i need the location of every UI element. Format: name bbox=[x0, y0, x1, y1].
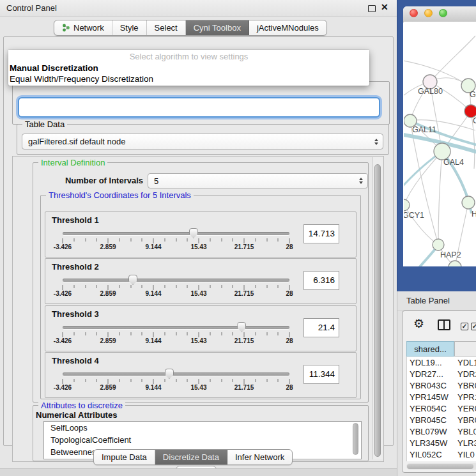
column-header[interactable]: shared... bbox=[406, 341, 454, 357]
tick-label: 15.43 bbox=[190, 243, 206, 250]
slider-handle[interactable] bbox=[237, 322, 246, 332]
tick-mark bbox=[199, 332, 199, 337]
table-row[interactable]: YBL079WYBL0 bbox=[407, 426, 476, 437]
slider-handle[interactable] bbox=[189, 228, 198, 238]
tab-jactivemnodules[interactable]: jActiveMNodules bbox=[249, 20, 326, 35]
number-of-intervals-combobox[interactable]: 5 bbox=[148, 173, 368, 188]
cyni-mode-tabs: Impute DataDiscretize DataInfer Network bbox=[93, 449, 293, 465]
network-node[interactable] bbox=[464, 105, 476, 118]
tick-mark bbox=[73, 332, 74, 335]
zoom-traffic-light-icon[interactable] bbox=[439, 9, 447, 17]
cell-shared-name: YBR045C bbox=[410, 415, 456, 425]
network-window-titlebar[interactable] bbox=[403, 6, 476, 22]
tick-label: -3.426 bbox=[54, 384, 72, 391]
cell-name: YBR0 bbox=[457, 415, 476, 425]
table-row[interactable]: YBR043CYBR0 bbox=[407, 380, 476, 391]
tick-label: 15.43 bbox=[190, 337, 206, 344]
stepper-arrows-icon[interactable] bbox=[374, 139, 378, 145]
scrollbar-thumb[interactable] bbox=[374, 164, 381, 457]
tick-mark bbox=[255, 238, 256, 242]
tick-mark bbox=[289, 285, 290, 290]
node-label: G bbox=[470, 90, 476, 99]
float-window-icon[interactable] bbox=[368, 5, 376, 12]
table-row[interactable]: YPR145WYPR1 bbox=[407, 391, 476, 403]
vertical-scrollbar[interactable] bbox=[372, 157, 383, 459]
slider-handle[interactable] bbox=[165, 369, 174, 379]
slider-handle[interactable] bbox=[128, 275, 137, 285]
column-header[interactable]: n bbox=[454, 341, 476, 357]
slider-track[interactable] bbox=[63, 372, 289, 376]
mode-tab-discretize-data[interactable]: Discretize Data bbox=[155, 450, 227, 464]
network-edge[interactable] bbox=[430, 36, 475, 82]
algorithm-combobox[interactable] bbox=[18, 97, 380, 118]
close-icon[interactable]: ✕ bbox=[381, 2, 388, 12]
horizontal-scrollbar[interactable] bbox=[406, 463, 476, 470]
scrollbar-thumb[interactable] bbox=[407, 464, 473, 469]
gear-icon[interactable]: ⚙ bbox=[413, 318, 424, 330]
tick-mark bbox=[142, 238, 142, 242]
table-row[interactable]: YBR045CYBR0 bbox=[407, 414, 476, 426]
table-row[interactable]: YIL052CYIL0 bbox=[407, 449, 476, 460]
network-edge-highlighted[interactable] bbox=[404, 245, 438, 266]
tab-label: jActiveMNodules bbox=[257, 23, 319, 33]
tab-network[interactable]: Network bbox=[54, 20, 112, 35]
tab-style[interactable]: Style bbox=[112, 20, 147, 35]
network-canvas[interactable]: GAL80GCGAL11GAL4HGCY1HAP2 bbox=[404, 22, 476, 266]
tick-mark bbox=[255, 332, 256, 335]
network-node[interactable] bbox=[449, 261, 461, 266]
slider-track[interactable] bbox=[63, 326, 289, 329]
network-node[interactable] bbox=[462, 196, 475, 209]
network-node[interactable] bbox=[433, 239, 444, 250]
table-row[interactable]: YDL19...YDL1 bbox=[407, 357, 476, 368]
mode-tab-label: Discretize Data bbox=[163, 452, 219, 462]
threshold-value-field[interactable]: 21.4 bbox=[303, 318, 339, 337]
mode-tab-impute-data[interactable]: Impute Data bbox=[94, 450, 155, 464]
tick-mark bbox=[289, 379, 290, 384]
tick-mark bbox=[221, 379, 222, 382]
node-label: GAL11 bbox=[412, 125, 436, 134]
checkbox-icon[interactable]: ✓ bbox=[461, 323, 468, 330]
attribute-list-item[interactable]: SelfLoops bbox=[44, 422, 361, 434]
table-data-value: galFiltered.sif default node bbox=[28, 137, 125, 146]
algorithm-dropdown-popup: Select algorithm to view settings Manual… bbox=[8, 50, 369, 86]
threshold-value-field[interactable]: 14.713 bbox=[303, 224, 339, 243]
minimize-traffic-light-icon[interactable] bbox=[424, 9, 433, 17]
tab-select[interactable]: Select bbox=[147, 20, 186, 35]
tab-cyni-toolbox[interactable]: Cyni Toolbox bbox=[186, 20, 249, 35]
tick-mark bbox=[142, 285, 142, 288]
network-edge[interactable] bbox=[438, 151, 442, 245]
tick-mark bbox=[255, 285, 256, 288]
table-row[interactable]: YLR345WYLR3 bbox=[407, 437, 476, 449]
tick-mark bbox=[96, 379, 97, 382]
tick-mark bbox=[130, 379, 131, 382]
network-node[interactable] bbox=[404, 199, 410, 211]
cell-shared-name: YDL19... bbox=[410, 358, 456, 367]
algorithm-option[interactable]: Equal Width/Frequency Discretization bbox=[8, 73, 369, 84]
tick-mark bbox=[119, 285, 119, 288]
tick-mark bbox=[266, 238, 267, 242]
numerical-attributes-label: Numerical Attributes bbox=[36, 410, 117, 420]
slider-track[interactable] bbox=[63, 279, 289, 282]
tick-label: 9.144 bbox=[145, 337, 161, 344]
attribute-list-item[interactable]: TopologicalCoefficient bbox=[44, 434, 361, 446]
list-scrollbar-thumb[interactable] bbox=[353, 423, 358, 455]
tick-label: 15.43 bbox=[190, 384, 206, 391]
panel-bottom-edge bbox=[0, 468, 397, 476]
close-traffic-light-icon[interactable] bbox=[410, 9, 418, 17]
stepper-arrows-icon[interactable] bbox=[359, 178, 363, 184]
tick-mark bbox=[63, 379, 63, 384]
tick-mark bbox=[85, 285, 86, 288]
tick-mark bbox=[164, 285, 165, 288]
table-row[interactable]: YDR27...YDR2 bbox=[407, 368, 476, 380]
split-pane-icon[interactable] bbox=[438, 319, 450, 330]
table-data-combobox[interactable]: galFiltered.sif default node bbox=[22, 134, 383, 150]
application-window: Control Panel ✕ NetworkStyleSelectCyni T… bbox=[0, 0, 476, 476]
tick-label: 2.859 bbox=[100, 243, 116, 250]
checkbox-icon[interactable]: ✓ bbox=[471, 323, 476, 330]
algorithm-option[interactable]: Manual Discretization bbox=[8, 63, 369, 73]
mode-tab-infer-network[interactable]: Infer Network bbox=[227, 450, 292, 464]
slider-track[interactable] bbox=[63, 232, 289, 235]
threshold-value-field[interactable]: 11.344 bbox=[303, 365, 339, 384]
table-row[interactable]: YER054CYER0 bbox=[407, 403, 476, 414]
threshold-value-field[interactable]: 6.316 bbox=[303, 271, 339, 290]
